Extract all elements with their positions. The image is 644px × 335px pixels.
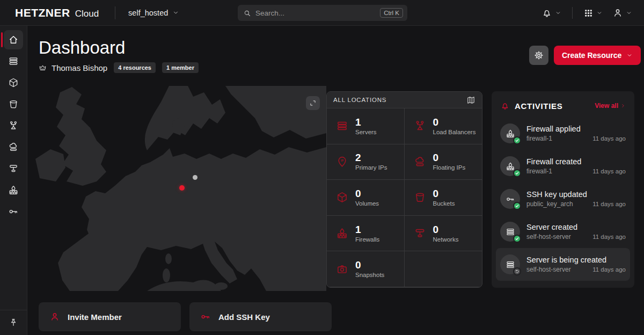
product-name: Cloud [75, 9, 99, 19]
chevron-down-icon [596, 10, 603, 16]
hetzner-logo[interactable]: HETZNER Cloud [15, 6, 99, 19]
stat-servers[interactable]: 1Servers [327, 108, 405, 144]
stat-snapshots[interactable]: 0Snapshots [327, 251, 405, 287]
activities-title: ACTIVITIES [515, 101, 590, 111]
stat-value: 2 [355, 152, 387, 164]
activity-resource: self-host-server [526, 233, 592, 241]
stat-load-balancers[interactable]: 0Load Balancers [405, 108, 482, 144]
success-badge [513, 169, 521, 177]
sidebar-item-load-balancers[interactable] [4, 116, 23, 135]
view-all-link[interactable]: View all [595, 102, 626, 110]
sidebar-item-floating-ips[interactable] [4, 137, 23, 157]
activity-time: 11 days ago [592, 201, 626, 207]
notifications-menu[interactable] [539, 4, 564, 21]
stat-label: Firewalls [355, 236, 379, 243]
stat-label: Load Balancers [433, 129, 476, 135]
activity-avatar [500, 222, 520, 242]
apps-menu[interactable] [581, 5, 605, 21]
user-menu[interactable] [610, 4, 634, 21]
check-icon [515, 203, 519, 208]
primary-ip-icon [336, 156, 348, 168]
stat-buckets[interactable]: 0Buckets [405, 180, 482, 216]
activity-time: 11 days ago [592, 266, 626, 273]
activity-item[interactable]: Server created self-host-server 11 days … [496, 215, 630, 248]
location-marker-red[interactable] [179, 185, 185, 191]
add-ssh-key-button[interactable]: Add SSH Key [189, 302, 332, 331]
stat-volumes[interactable]: 0Volumes [327, 180, 405, 216]
activity-title: Server created [526, 223, 626, 231]
stat-label: Networks [433, 236, 459, 243]
expand-icon [309, 99, 317, 107]
firewall-icon [506, 129, 515, 139]
members-badge: 1 member [162, 62, 199, 73]
chevron-down-icon [626, 52, 633, 59]
sidebar-pin-toggle[interactable] [0, 310, 27, 335]
activity-item[interactable]: Server is being created self-host-server… [496, 248, 630, 281]
activity-title: Firewall created [526, 157, 626, 166]
search-icon [243, 9, 251, 17]
activity-resource: firewall-1 [526, 135, 592, 142]
check-icon [515, 138, 519, 143]
search-input[interactable]: Search... Ctrl K [238, 5, 407, 21]
firewall-icon [8, 185, 19, 195]
owner-name: Thomas Bishop [52, 63, 107, 72]
project-selector[interactable]: self_hosted [128, 9, 179, 17]
sidebar-item-buckets[interactable] [4, 94, 23, 114]
activity-time: 11 days ago [592, 234, 626, 240]
map-icon[interactable] [466, 96, 475, 105]
settings-button[interactable] [529, 46, 548, 65]
stat-label: Snapshots [355, 272, 384, 278]
activity-item[interactable]: SSH key updated public_key_arch 11 days … [496, 183, 630, 215]
stat-primary-ips[interactable]: 2Primary IPs [327, 144, 405, 180]
user-icon [612, 8, 623, 18]
activities-header: ACTIVITIES View all [496, 94, 630, 117]
check-icon [515, 236, 519, 241]
chevron-right-icon [620, 103, 626, 108]
stat-value: 0 [433, 188, 455, 200]
activity-resource: self-host-server [526, 266, 592, 273]
snapshot-icon [336, 263, 348, 275]
brand-name: HETZNER [15, 6, 70, 19]
bell-icon [541, 8, 552, 18]
location-marker-gray[interactable] [193, 175, 197, 180]
activities-panel: ACTIVITIES View all Firewall applied fir… [492, 91, 634, 288]
load-balancer-icon [414, 120, 426, 132]
sidebar-item-volumes[interactable] [4, 73, 23, 92]
activity-item[interactable]: Firewall applied firewall-1 11 days ago [496, 117, 630, 150]
ssh-key-icon [200, 311, 211, 322]
stat-value: 0 [355, 260, 384, 271]
success-badge [513, 235, 521, 243]
stat-value: 0 [355, 188, 379, 200]
stat-firewalls[interactable]: 1Firewalls [327, 216, 405, 252]
stat-floating-ips[interactable]: 0Floating IPs [405, 144, 482, 180]
sidebar-item-networks[interactable] [4, 159, 23, 178]
search-shortcut: Ctrl K [380, 8, 403, 18]
sidebar-item-firewalls[interactable] [4, 180, 23, 200]
ssh-key-icon [8, 206, 19, 217]
page-title: Dashboard [39, 38, 125, 58]
pin-icon [9, 318, 18, 327]
crown-icon [39, 64, 47, 72]
stat-value: 0 [433, 224, 459, 236]
sidebar-item-servers[interactable] [4, 52, 23, 71]
activity-title: Server is being created [526, 256, 626, 264]
sidebar-item-dashboard[interactable] [4, 30, 23, 49]
activity-time: 11 days ago [592, 168, 626, 174]
activity-item[interactable]: Firewall created firewall-1 11 days ago [496, 150, 630, 183]
resources-panel: ALL LOCATIONS 1Servers 0Load Balancers 2… [326, 91, 482, 288]
running-badge [513, 267, 521, 275]
server-icon [336, 120, 348, 132]
resources-grid: 1Servers 0Load Balancers 2Primary IPs 0F… [327, 108, 482, 287]
map-expand-button[interactable] [306, 96, 320, 110]
bucket-icon [414, 191, 426, 203]
resources-badge: 4 resources [114, 62, 156, 73]
stat-networks[interactable]: 0Networks [405, 216, 482, 252]
stat-label: Floating IPs [433, 164, 466, 171]
chevron-down-icon [626, 10, 632, 16]
server-icon [8, 56, 19, 67]
invite-member-button[interactable]: Invite Member [39, 302, 181, 331]
create-resource-button[interactable]: Create Resource [554, 46, 641, 65]
resources-panel-header: ALL LOCATIONS [327, 92, 482, 108]
sidebar-item-ssh-keys[interactable] [4, 202, 23, 221]
activity-avatar [500, 123, 520, 143]
